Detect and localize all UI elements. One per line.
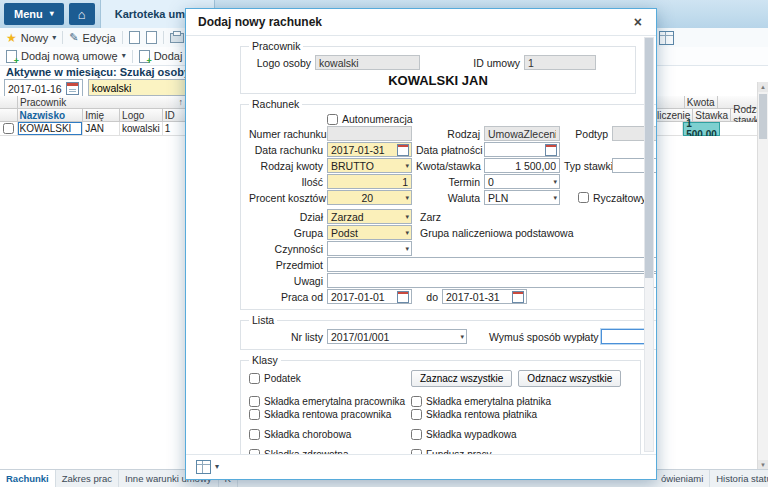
grid-view-icon[interactable] bbox=[196, 460, 211, 474]
columns-icon[interactable] bbox=[659, 31, 675, 44]
chevron-down-icon[interactable]: ▾ bbox=[215, 463, 219, 471]
table-row[interactable]: KOWALSKI JAN kowalski 1 bbox=[0, 122, 186, 136]
ilosc-field[interactable] bbox=[327, 174, 412, 189]
typ-stawki-label: Typ stawki bbox=[564, 160, 608, 172]
data-platnosci-field[interactable] bbox=[484, 142, 560, 157]
group-header-pracownik[interactable]: Pracownik ↑ bbox=[18, 96, 186, 109]
cell-imie[interactable]: JAN bbox=[83, 122, 120, 136]
podatek-box[interactable] bbox=[249, 373, 260, 384]
uwagi-label: Uwagi bbox=[249, 275, 323, 287]
home-button[interactable]: ⌂ bbox=[69, 3, 95, 25]
dialog-scrollbar[interactable] bbox=[644, 37, 654, 452]
dialog-scrollbar-thumb[interactable] bbox=[645, 38, 653, 278]
logo-osoby-field[interactable] bbox=[315, 55, 420, 70]
edit-button[interactable]: ✎ Edycja bbox=[69, 32, 115, 44]
group-header-label: Pracownik bbox=[20, 97, 66, 108]
application-window: Menu ▾ ⌂ Kartoteka umów ★ Nowy ▾ ✎ Edycj… bbox=[0, 0, 768, 487]
scrollbar-thumb[interactable] bbox=[759, 94, 767, 139]
checkbox-column-header[interactable] bbox=[0, 109, 18, 122]
kwota-stawka-field[interactable] bbox=[484, 158, 560, 173]
grupa-select[interactable]: Podst ▾ bbox=[327, 225, 412, 240]
sort-icon[interactable]: ↑ bbox=[179, 97, 184, 107]
przedmiot-field[interactable] bbox=[327, 257, 656, 272]
new-button[interactable]: ★ Nowy ▾ bbox=[6, 32, 56, 44]
checkbox-box[interactable] bbox=[411, 409, 422, 420]
data-rachunku-field[interactable]: 2017-01-31 bbox=[327, 142, 412, 157]
col-rodzaj-stawki[interactable]: Rodzaj stawki bbox=[731, 109, 758, 122]
podatek-checkbox[interactable]: Podatek bbox=[249, 373, 411, 384]
uwagi-field[interactable] bbox=[327, 273, 656, 288]
przedmiot-label: Przedmiot bbox=[249, 259, 323, 271]
calendar-icon[interactable] bbox=[397, 144, 409, 156]
tab-zakres-prac[interactable]: Zakres prac bbox=[56, 470, 119, 487]
select-all-button[interactable]: Zaznacz wszystkie bbox=[411, 370, 512, 387]
col-nazwisko[interactable]: Nazwisko bbox=[18, 109, 84, 122]
cell-id[interactable]: 1 bbox=[163, 122, 186, 136]
copy-icon[interactable] bbox=[129, 31, 140, 44]
checkbox-box[interactable] bbox=[249, 429, 260, 440]
close-icon[interactable]: × bbox=[632, 14, 644, 30]
col-logo[interactable]: Logo bbox=[120, 109, 163, 122]
praca-od-field[interactable]: 2017-01-01 bbox=[327, 289, 412, 304]
checkbox-skladka-emerytalna-platnika[interactable]: Składka emerytalna płatnika bbox=[411, 396, 559, 407]
checkbox-box[interactable] bbox=[411, 396, 422, 407]
termin-select[interactable]: 0 ▾ bbox=[484, 174, 560, 189]
group-header-kwota[interactable]: Kwota bbox=[685, 96, 718, 109]
checkbox-skladka-emerytalna-pracownika[interactable]: Składka emerytalna pracownika bbox=[249, 396, 411, 407]
waluta-select[interactable]: PLN ▾ bbox=[484, 190, 560, 205]
autonumeracja-box[interactable] bbox=[327, 114, 338, 125]
calendar-icon[interactable] bbox=[512, 291, 524, 303]
tab-rachunki[interactable]: Rachunki bbox=[0, 470, 56, 487]
nr-listy-select[interactable]: 2017/01/001 ▾ bbox=[327, 329, 467, 344]
chevron-down-icon: ▾ bbox=[403, 245, 409, 253]
ryczaltowy-checkbox[interactable]: Ryczałtowy bbox=[578, 192, 646, 204]
checkbox-box[interactable] bbox=[249, 409, 260, 420]
checkbox-box[interactable] bbox=[411, 429, 422, 440]
chevron-down-icon: ▾ bbox=[52, 34, 56, 42]
numer-rachunku-field[interactable] bbox=[327, 126, 412, 141]
cell-logo[interactable]: kowalski bbox=[120, 122, 163, 136]
grupa-value: Podst bbox=[331, 227, 358, 239]
employee-table: Pracownik ↑ Nazwisko Imię Logo ID KOWALS… bbox=[0, 96, 186, 136]
menu-button[interactable]: Menu ▾ bbox=[4, 3, 64, 25]
praca-do-field[interactable]: 2017-01-31 bbox=[442, 289, 527, 304]
rodzaj-kwoty-label: Rodzaj kwoty bbox=[249, 160, 323, 172]
deselect-all-button[interactable]: Odznacz wszystkie bbox=[518, 370, 621, 387]
rodzaj-kwoty-select[interactable]: BRUTTO ▾ bbox=[327, 158, 412, 173]
dzial-label: Dział bbox=[249, 211, 323, 223]
dialog-title: Dodaj nowy rachunek bbox=[198, 15, 322, 29]
rodzaj-field[interactable] bbox=[484, 126, 560, 141]
header-spacer bbox=[655, 96, 685, 109]
checkbox-skladka-rentowa-pracownika[interactable]: Składka rentowa pracownika bbox=[249, 409, 411, 420]
col-id[interactable]: ID bbox=[163, 109, 186, 122]
czynnosci-select[interactable]: ▾ bbox=[327, 241, 412, 256]
document-icon[interactable] bbox=[146, 31, 157, 44]
col-imie[interactable]: Imię bbox=[83, 109, 120, 122]
calendar-icon[interactable] bbox=[397, 291, 409, 303]
select-column-header[interactable] bbox=[0, 96, 18, 109]
procent-kosztow-select[interactable]: 20 ▾ bbox=[327, 190, 412, 205]
cell-nazwisko[interactable]: KOWALSKI bbox=[18, 122, 84, 136]
ryczaltowy-box[interactable] bbox=[578, 192, 589, 203]
cell-stawka[interactable]: 1 500,00 bbox=[683, 122, 720, 136]
dzial-select[interactable]: Zarzad ▾ bbox=[327, 209, 412, 224]
cell-empty bbox=[655, 122, 683, 136]
scroll-up-icon[interactable]: ▲ bbox=[758, 82, 768, 92]
checkbox-skladka-wypadkowa[interactable]: Składka wypadkowa bbox=[411, 429, 559, 440]
add-contract-button[interactable]: Dodaj nową umowę ▾ bbox=[6, 50, 126, 63]
checkbox-box[interactable] bbox=[249, 396, 260, 407]
autonumeracja-checkbox[interactable]: Autonumeracja bbox=[327, 113, 413, 125]
toolbar-separator bbox=[132, 50, 133, 63]
section-lista-legend: Lista bbox=[249, 314, 277, 326]
section-pracownik: Pracownik Logo osoby ID umowy KOWALSKI J… bbox=[240, 40, 636, 94]
row-checkbox[interactable] bbox=[3, 123, 14, 134]
calendar-icon[interactable] bbox=[66, 82, 79, 95]
tab-historia-statusow[interactable]: Historia statusów bbox=[710, 470, 768, 487]
chevron-down-icon: ▾ bbox=[122, 52, 126, 60]
tab-cut-middle[interactable]: ówieniami bbox=[655, 470, 710, 487]
checkbox-skladka-rentowa-platnika[interactable]: Składka rentowa płatnika bbox=[411, 409, 559, 420]
calendar-icon[interactable] bbox=[545, 144, 557, 156]
checkbox-skladka-chorobowa[interactable]: Składka chorobowa bbox=[249, 429, 411, 440]
vertical-scrollbar[interactable]: ▲ ▼ bbox=[757, 82, 768, 470]
id-umowy-field[interactable] bbox=[524, 55, 596, 70]
